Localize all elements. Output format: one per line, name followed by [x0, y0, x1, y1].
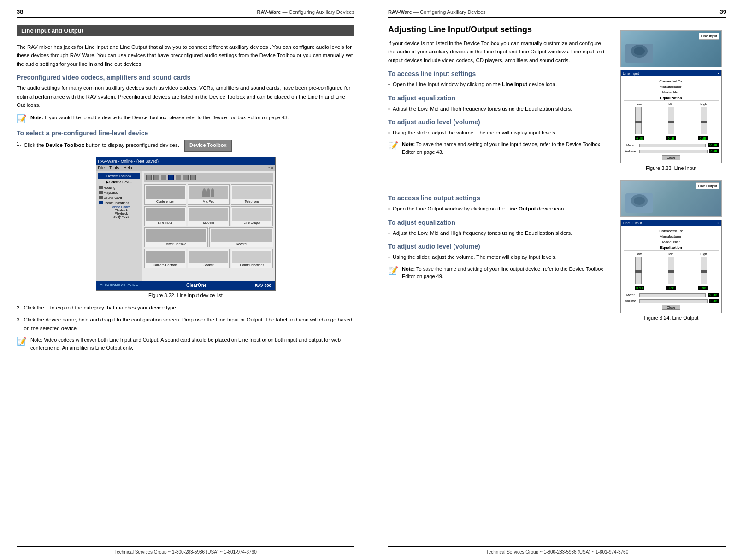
- db-high: 0 dB: [698, 136, 707, 140]
- volume-track-out: [639, 299, 708, 303]
- left-page-footer: Technical Services Group ~ 1-800-283-593…: [17, 546, 354, 554]
- volume-track: [639, 150, 708, 153]
- eq-sliders-output: Low Mid: [624, 252, 719, 284]
- screenshot-main: Conferencer Mix Pad: [142, 171, 275, 290]
- line-input-dialog-content: Connected To: Manufacturer: Model No.: E…: [621, 76, 721, 163]
- spacer-1: [388, 161, 608, 189]
- note-icon-3: 📝: [388, 140, 398, 151]
- device-row-4: Camera Controls Shaker Communications: [144, 249, 273, 268]
- volume-label: Volume: [624, 150, 637, 153]
- db-mid-out: 0 dB: [666, 286, 676, 290]
- note-box-3: 📝 Note: To save the name and setting of …: [388, 140, 608, 156]
- eq-high: High: [700, 103, 707, 134]
- line-output-thumb: Line Output: [620, 180, 722, 217]
- figure-322-container: RAV-Ware - Online - (Not Saved) File Too…: [17, 157, 354, 298]
- right-header-title: RAV-Ware — Configuring Auxiliary Devices: [388, 9, 486, 15]
- access-output-heading: To access line output settings: [388, 194, 608, 202]
- sidebar-routing: Routing: [98, 185, 140, 190]
- meter-track-out: [639, 293, 706, 297]
- right-page-footer: Technical Services Group ~ 1-800-283-593…: [388, 546, 726, 554]
- meter-row-input: Meter 50 dB: [624, 143, 719, 147]
- line-input-dialog-titlebar: Line Input ×: [621, 70, 721, 76]
- screenshot-body: Device Toolbox ▶ Select a Devi... Routin…: [96, 171, 275, 290]
- screenshot-title-text: RAV-Ware - Online - (Not Saved): [98, 159, 159, 163]
- line-input-dialog: Line Input × Connected To: Manufacturer:…: [620, 70, 722, 163]
- right-intro: If your device is not listed in the Devi…: [388, 39, 608, 64]
- volume-bullet-1: • Using the slider, adjust the volume. T…: [388, 128, 608, 137]
- close-button-output[interactable]: Close: [662, 305, 680, 310]
- step-3: 3. Click the device name, hold and drag …: [17, 315, 354, 332]
- eq-bullet-1: • Adjust the Low, Mid and High frequency…: [388, 105, 608, 113]
- volume-db-out: 0 dB: [709, 299, 719, 303]
- model-no-field-out: Model No.:: [624, 240, 719, 244]
- meter-db: 50 dB: [708, 143, 719, 147]
- connected-to-field-out: Connected To:: [624, 229, 719, 233]
- figure-24-caption: Figure 3.24. Line Output: [616, 315, 726, 321]
- volume-row-output: Volume 0 dB: [624, 299, 719, 303]
- device-row-3: Mixer Console Record: [144, 228, 273, 247]
- meter-db-out: 50 dB: [708, 293, 719, 297]
- preconfig-heading: Preconfigured video codecs, amplifiers a…: [17, 74, 354, 81]
- eq-bullet-2: • Adjust the Low, Mid and High frequency…: [388, 229, 608, 237]
- meter-row-output: Meter 50 dB: [624, 293, 719, 297]
- left-page-header: 38 RAV-Ware — Configuring Auxiliary Devi…: [17, 8, 354, 18]
- volume-db: 0 dB: [709, 149, 719, 153]
- left-header-title: RAV-Ware — Configuring Auxiliary Devices: [257, 9, 354, 15]
- screenshot-menubar: File Tools Help ? ×: [96, 165, 275, 171]
- volume-bullet-2: • Using the slider, adjust the volume. T…: [388, 253, 608, 261]
- sidebar-playback: Playback: [98, 190, 140, 195]
- eq-low: Low: [635, 103, 642, 134]
- intro-paragraph: The RAV mixer has jacks for Line Input a…: [17, 43, 354, 68]
- right-page: RAV-Ware — Configuring Auxiliary Devices…: [372, 0, 743, 560]
- screenshot-sidebar: Device Toolbox ▶ Select a Devi... Routin…: [96, 171, 142, 290]
- close-button-input[interactable]: Close: [662, 155, 680, 160]
- manufacturer-field: Manufacturer:: [624, 85, 719, 89]
- note-text-4: Note: To save the name and setting of yo…: [402, 265, 608, 280]
- db-low-out: 0 dB: [635, 286, 644, 290]
- sidebar-soundcard: Sound Card: [98, 195, 140, 200]
- db-mid: 0 dB: [666, 136, 676, 140]
- note-text-3: Note: To save the name and setting of yo…: [402, 140, 608, 156]
- left-page: 38 RAV-Ware — Configuring Auxiliary Devi…: [0, 0, 372, 560]
- line-output-label-overlay: Line Output: [696, 182, 719, 189]
- step-1: 1. Click the Device Toolbox button to di…: [17, 140, 354, 152]
- line-output-dialog: Line Output × Connected To: Manufacturer…: [620, 220, 722, 313]
- figure-24-container: Line Output Line Output × Connected To: …: [616, 180, 726, 321]
- manufacturer-field-out: Manufacturer:: [624, 234, 719, 239]
- note-icon-4: 📝: [388, 265, 398, 275]
- volume-heading-1: To adjust audio level (volume): [388, 118, 608, 126]
- eq-high-out: High: [700, 252, 707, 284]
- screenshot-toolbar: [144, 173, 273, 182]
- volume-heading-2: To adjust audio level (volume): [388, 243, 608, 250]
- model-no-field: Model No.:: [624, 90, 719, 94]
- line-output-dialog-titlebar: Line Output ×: [621, 220, 721, 226]
- device-toolbox-button-label[interactable]: Device Toolbox: [184, 140, 231, 152]
- right-content: Adjusting Line Input/Output settings If …: [388, 25, 726, 326]
- volume-label-out: Volume: [624, 299, 637, 303]
- eq-low-out: Low: [635, 252, 642, 284]
- eq-mid-out: Mid: [668, 252, 674, 284]
- step-2: 2. Click the + to expand the category th…: [17, 303, 354, 312]
- device-row-1: Conferencer Mix Pad: [144, 184, 273, 205]
- note-text-2: Note: Video codecs will cover both Line …: [30, 336, 354, 351]
- device-row-2: Line Input Modem Line Output: [144, 206, 273, 226]
- screenshot-titlebar: RAV-Ware - Online - (Not Saved): [96, 158, 275, 165]
- section-title-box: Line Input and Output: [17, 25, 354, 36]
- right-page-number: 39: [720, 8, 726, 15]
- screenshot-frame: RAV-Ware - Online - (Not Saved) File Too…: [96, 157, 276, 291]
- sidebar-comms: Communications: [98, 200, 140, 205]
- main-heading: Adjusting Line Input/Output settings: [388, 25, 608, 35]
- equalization-section-out: Equalization: [624, 245, 719, 251]
- screenshot-brand-bar: CLEARONE 6F: Online ClearOne RAV 900: [96, 281, 275, 290]
- access-output-bullet: • Open the Line Output window by clickin…: [388, 204, 608, 213]
- right-text-column: Adjusting Line Input/Output settings If …: [388, 25, 608, 326]
- section-title-text: Line Input and Output: [21, 27, 83, 34]
- eq-heading-1: To adjust equalization: [388, 94, 608, 102]
- equalization-section: Equalization: [624, 96, 719, 101]
- figure-322-caption: Figure 3.22. Line input device list: [17, 292, 354, 298]
- volume-row-input: Volume 0 dB: [624, 149, 719, 153]
- eq-sliders-input: Low Mid: [624, 103, 719, 134]
- access-input-heading: To access line input settings: [388, 70, 608, 77]
- select-heading: To select a pre-configured line-level de…: [17, 129, 354, 137]
- note-box-4: 📝 Note: To save the name and setting of …: [388, 265, 608, 280]
